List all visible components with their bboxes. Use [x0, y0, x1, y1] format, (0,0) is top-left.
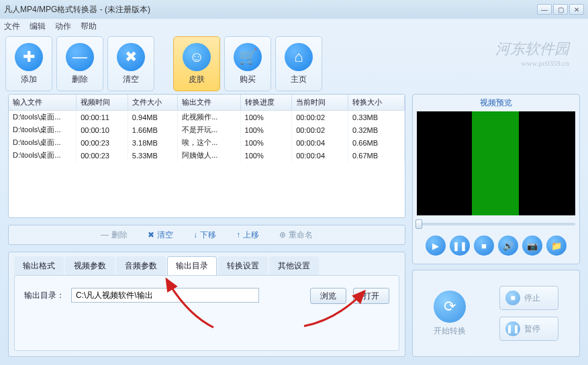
col-curtime[interactable]: 当前时间	[292, 95, 348, 111]
cell-convsize: 0.66MB	[348, 136, 405, 149]
cell-input: D:\tools\桌面...	[9, 123, 77, 136]
clear-button[interactable]: ✖ 清空	[107, 36, 154, 91]
outdir-label: 输出目录：	[24, 288, 64, 301]
col-fsize[interactable]: 文件大小	[128, 95, 177, 111]
preview-panel: 视频预览 ▶ ❚❚ ■ 🔊 📷 📁	[412, 94, 580, 264]
volume-button[interactable]: 🔊	[498, 236, 518, 256]
rename-icon: ⊕	[279, 230, 286, 240]
tab-convset[interactable]: 转换设置	[218, 256, 268, 275]
stop-icon: ■	[505, 291, 520, 305]
tab-format[interactable]: 输出格式	[14, 256, 64, 275]
table-row[interactable]: D:\tools\桌面...00:00:233.18MB唉，这个...100%0…	[9, 136, 405, 149]
list-clear[interactable]: ✖清空	[148, 229, 173, 241]
cell-convsize: 0.33MB	[348, 111, 405, 124]
close-button[interactable]: ✕	[569, 4, 584, 15]
cell-fsize: 1.66MB	[128, 123, 177, 136]
tab-video[interactable]: 视频参数	[65, 256, 115, 275]
start-convert-button[interactable]: ⟳	[434, 291, 466, 323]
x-icon: ✖	[117, 43, 145, 71]
delete-button[interactable]: — 删除	[56, 36, 103, 91]
maximize-button[interactable]: ▢	[553, 4, 568, 15]
tab-other[interactable]: 其他设置	[269, 256, 319, 275]
cell-fsize: 3.18MB	[128, 136, 177, 149]
home-icon: ⌂	[285, 43, 313, 71]
pause-button[interactable]: ❚❚	[450, 236, 470, 256]
cell-progress: 100%	[240, 136, 292, 149]
plus-icon: ✚	[15, 43, 43, 71]
minus-icon: —	[66, 43, 94, 71]
cell-input: D:\tools\桌面...	[9, 136, 77, 149]
toolbar: ✚ 添加 — 删除 ✖ 清空 ☺ 皮肤 🛒 购买 ⌂ 主页 河东软件园 www.…	[0, 34, 588, 94]
menu-file[interactable]: 文件	[4, 21, 20, 32]
table-row[interactable]: D:\tools\桌面...00:00:101.66MB不是开玩...100%0…	[9, 123, 405, 136]
cell-vtime: 00:00:23	[77, 149, 128, 162]
tab-audio[interactable]: 音频参数	[116, 256, 166, 275]
play-button[interactable]: ▶	[426, 236, 446, 256]
col-input[interactable]: 输入文件	[9, 95, 77, 111]
menubar: 文件 编辑 动作 帮助	[0, 19, 588, 34]
list-delete[interactable]: —删除	[101, 229, 128, 241]
snapshot-button[interactable]: 📷	[522, 236, 542, 256]
col-vtime[interactable]: 视频时间	[77, 95, 128, 111]
stop-convert-button[interactable]: ■ 停止	[499, 286, 558, 310]
stop-button[interactable]: ■	[474, 236, 494, 256]
cell-input: D:\tools\桌面...	[9, 149, 77, 162]
buy-button[interactable]: 🛒 购买	[224, 36, 271, 91]
cell-curtime: 00:00:04	[292, 149, 348, 162]
cell-fsize: 0.94MB	[128, 111, 177, 124]
folder-button[interactable]: 📁	[546, 236, 567, 256]
cell-vtime: 00:00:11	[77, 111, 128, 124]
up-icon: ↑	[236, 230, 240, 240]
list-rename[interactable]: ⊕重命名	[279, 229, 313, 241]
table-row[interactable]: D:\tools\桌面...00:00:110.94MB此视频作...100%0…	[9, 111, 405, 124]
x-icon: ✖	[148, 230, 154, 240]
cell-progress: 100%	[240, 149, 292, 162]
cell-input: D:\tools\桌面...	[9, 111, 77, 124]
minus-icon: —	[101, 230, 109, 240]
outdir-input[interactable]	[71, 288, 259, 303]
down-icon: ↓	[193, 230, 197, 240]
cell-convsize: 0.32MB	[348, 123, 405, 136]
cell-output: 此视频作...	[178, 111, 240, 124]
col-convsize[interactable]: 转换大小	[348, 95, 405, 111]
watermark: 河东软件园 www.pc0359.cn	[495, 39, 569, 67]
window-title: 凡人MP4/MPG格式转换器 - (未注册版本)	[4, 4, 150, 15]
open-button[interactable]: 打开	[353, 288, 389, 304]
add-button[interactable]: ✚ 添加	[5, 36, 52, 91]
home-button[interactable]: ⌂ 主页	[275, 36, 322, 91]
tab-outdir[interactable]: 输出目录	[167, 256, 217, 275]
col-output[interactable]: 输出文件	[178, 95, 240, 111]
list-up[interactable]: ↑上移	[236, 229, 259, 241]
cell-output: 阿姨做人...	[178, 149, 240, 162]
cell-fsize: 5.33MB	[128, 149, 177, 162]
cell-progress: 100%	[240, 111, 292, 124]
cell-curtime: 00:00:02	[292, 111, 348, 124]
browse-button[interactable]: 浏览	[310, 288, 346, 304]
table-row[interactable]: D:\tools\桌面...00:00:235.33MB阿姨做人...100%0…	[9, 149, 405, 162]
cell-curtime: 00:00:04	[292, 136, 348, 149]
menu-edit[interactable]: 编辑	[30, 21, 46, 32]
pause-convert-button[interactable]: ❚❚ 暂停	[499, 317, 558, 341]
minimize-button[interactable]: —	[537, 4, 552, 15]
video-preview[interactable]	[417, 111, 575, 215]
start-convert-label: 开始转换	[434, 325, 466, 337]
menu-action[interactable]: 动作	[55, 21, 71, 32]
titlebar: 凡人MP4/MPG格式转换器 - (未注册版本) — ▢ ✕	[0, 0, 588, 19]
pause-icon: ❚❚	[505, 321, 520, 336]
list-actions: —删除 ✖清空 ↓下移 ↑上移 ⊕重命名	[8, 225, 405, 245]
cell-convsize: 0.67MB	[348, 149, 405, 162]
menu-help[interactable]: 帮助	[81, 21, 97, 32]
cell-progress: 100%	[240, 123, 292, 136]
cell-vtime: 00:00:23	[77, 136, 128, 149]
cart-icon: 🛒	[234, 43, 262, 71]
cell-vtime: 00:00:10	[77, 123, 128, 136]
seek-thumb[interactable]	[415, 219, 422, 229]
list-down[interactable]: ↓下移	[193, 229, 216, 241]
col-progress[interactable]: 转换进度	[240, 95, 292, 111]
skin-button[interactable]: ☺ 皮肤	[173, 36, 220, 91]
file-table[interactable]: 输入文件 视频时间 文件大小 输出文件 转换进度 当前时间 转换大小 D:\to…	[8, 94, 405, 218]
preview-frame	[472, 111, 519, 215]
settings-panel: 输出格式 视频参数 音频参数 输出目录 转换设置 其他设置 输出目录： 浏览 打…	[8, 252, 405, 357]
cell-output: 唉，这个...	[178, 136, 240, 149]
seek-bar[interactable]	[417, 219, 575, 229]
